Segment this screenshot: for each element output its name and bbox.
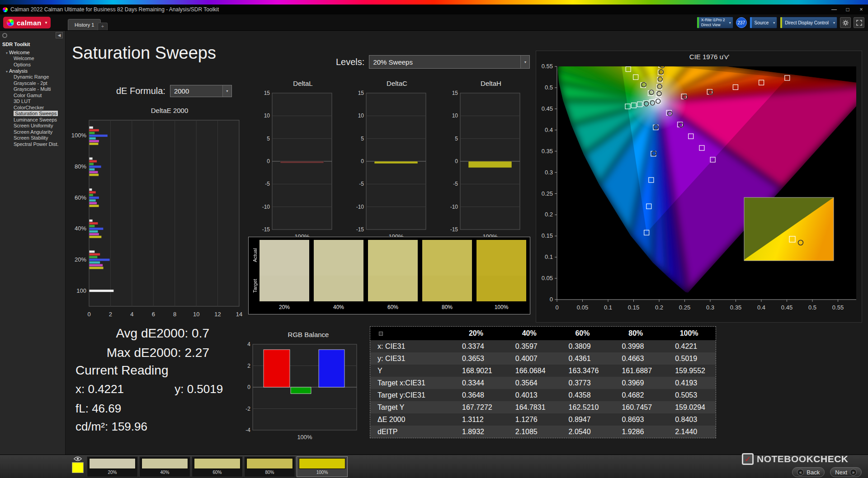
sidebar-item-3d-lut[interactable]: 3D LUT [0,98,65,105]
table-cell: 161.6887 [609,365,662,377]
x-tick-label: 0.15 [628,304,639,311]
patch-tile-20[interactable]: 20% [87,456,138,477]
window-buttons: — □ × [827,6,868,13]
sidebar-item-screen-stability[interactable]: Screen Stability [0,135,65,141]
table-header-cell: 40% [503,327,556,340]
levels-dropdown[interactable]: 20% Sweeps ▼ [369,55,530,69]
swatch-color-box [314,240,363,301]
notebookcheck-watermark: ✓ NOTEBOOKCHECK [742,453,849,465]
deltac-chart-title: DeltaC [352,80,429,89]
table-cell: 162.5210 [556,401,609,413]
back-arrows-icon: « [797,469,804,476]
window-title: Calman 2022 Calman Ultimate for Business… [10,6,827,13]
table-cell: 1.3112 [449,413,503,426]
y-tick-label: -10 [356,204,364,210]
y-tick-label: 0.5 [545,84,553,91]
meter-count-badge[interactable]: 237 [736,17,747,28]
sidebar-item-label: Options [14,62,31,67]
table-cell: 163.3476 [556,365,609,377]
patch-swatch [89,458,136,469]
add-tab-button[interactable]: + [98,23,108,30]
table-row-label: Target x:CIE31 [370,377,449,389]
deltaL-bar [280,161,324,163]
y-tick-label: -10 [450,204,458,210]
sidebar-item-label: Screen Stability [14,135,48,141]
patch-tile-40[interactable]: 40% [139,456,190,477]
sidebar-item-dynamic-range[interactable]: Dynamic Range [0,74,65,80]
sidebar-item-saturation-sweeps[interactable]: Saturation Sweeps [0,111,65,117]
main-content: Saturation Sweeps Levels: 20% Sweeps ▼ d… [66,31,868,455]
table-row: Target Y167.7272164.7831162.5210160.7457… [370,401,716,413]
deltae-bar [90,132,95,134]
tab-history-1[interactable]: History 1 [68,19,101,30]
de-formula-value: 2000 [170,85,222,97]
deltac-chart-block: DeltaC 151050-5-10-15100% [352,80,429,244]
tree-expander-icon[interactable]: ▾ [6,70,8,74]
x-tick-label: 0.2 [655,304,663,311]
y-tick-label: 0 [267,158,270,164]
sidebar-item-options[interactable]: Options [0,62,65,68]
table-cell: 0.3773 [556,377,609,389]
table-cell: 167.7272 [449,401,503,413]
x-tick-label: 0.5 [808,304,816,311]
calman-logo-menu[interactable]: calman ▾ [3,17,51,28]
sidebar-item-color-gamut[interactable]: Color Gamut [0,93,65,99]
swatch-color-box [368,240,418,301]
current-patch-swatch [72,462,84,473]
back-button[interactable]: « Back [792,467,825,477]
y-tick-label: 0 [550,296,553,303]
x-tick-label: 0.25 [679,304,690,311]
sidebar-item-screen-uniformity[interactable]: Screen Uniformity [0,123,65,129]
deltae-bar [90,135,108,137]
sidebar-item-colorchecker[interactable]: ColorChecker [0,105,65,111]
next-button[interactable]: Next » [830,467,862,477]
sidebar-item-welcome[interactable]: Welcome [0,56,65,62]
deltae-bar [90,199,96,202]
table-row: x: CIE310.33740.35970.38090.39980.4221 [370,340,716,352]
sidebar-group-welcome[interactable]: ▾Welcome [0,49,65,56]
x-axis-label: 100% [297,434,312,441]
deltae-bar [90,228,104,230]
sidebar-item-spectral-power-dist[interactable]: Spectral Power Dist. [0,141,65,148]
patch-tile-60[interactable]: 60% [192,456,243,477]
table-cell: 0.8403 [662,413,716,426]
sidebar-item-screen-angularity[interactable]: Screen Angularity [0,129,65,136]
table-corner-icon[interactable] [379,332,383,336]
display-control-label: Direct Display Control [782,17,831,28]
display-control-selector[interactable]: Direct Display Control ▼ [780,17,837,28]
patch-tile-100[interactable]: 100% [297,456,348,477]
de-summary: Avg dE2000: 0.7 Max dE2000: 2.27 [71,323,209,362]
deltae-bar [90,158,93,160]
sidebar-group-analysis[interactable]: ▾Analysis [0,68,65,74]
toolbar-right-controls: X-Rite i1Pro 2 Direct View ▼ 237 Source … [697,16,864,29]
deltae-bar [90,143,99,145]
y-tick-label: 5 [361,136,364,142]
table-cell: 0.4663 [609,352,662,365]
app-icon [3,7,8,12]
sidebar-item-grayscale-2pt[interactable]: Grayscale - 2pt [0,80,65,87]
de-formula-dropdown[interactable]: 2000 ▼ [170,85,232,97]
sidebar-item-grayscale-multi[interactable]: Grayscale - Multi [0,86,65,93]
deltae-bar [90,127,93,129]
maximize-button[interactable]: □ [841,6,854,13]
rgb-bar [264,350,290,387]
table-cell: 0.3597 [503,340,556,352]
fullscreen-button[interactable] [854,17,864,28]
meter-selector[interactable]: X-Rite i1Pro 2 Direct View ▼ [697,17,733,28]
current-patch-tile[interactable] [70,456,85,477]
patch-label: 20% [108,470,117,475]
close-button[interactable]: × [854,6,868,13]
x-tick-label: 2 [109,311,112,318]
source-selector[interactable]: Source ▼ [750,17,778,28]
settings-gear-button[interactable] [840,17,851,28]
collapse-sidebar-button[interactable]: ◀ [56,32,63,38]
minimize-button[interactable]: — [827,6,841,13]
deltae-bar [90,290,114,292]
y-tick-label: -10 [262,204,270,210]
x-tick-label: 0.55 [832,304,844,311]
patch-tile-80[interactable]: 80% [244,456,295,477]
y-tick-label: 0 [455,158,458,164]
tree-expander-icon[interactable]: ▾ [6,51,8,55]
saturation-swatch-80: 80% [422,240,472,313]
sidebar-item-luminance-sweeps[interactable]: Luminance Sweeps [0,117,65,123]
